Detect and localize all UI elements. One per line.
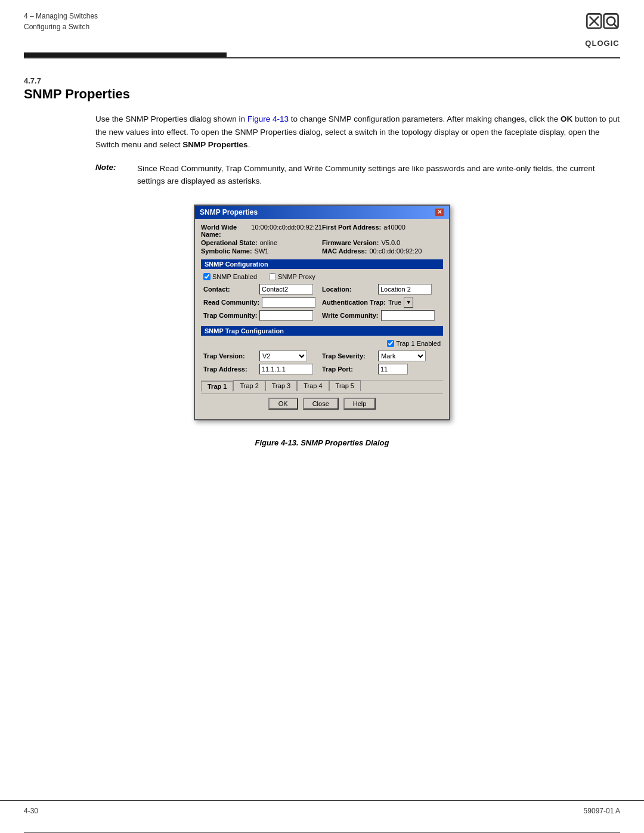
write-community-row: Write Community:: [322, 310, 441, 321]
trap-version-label: Trap Version:: [203, 352, 257, 360]
trap-tab-2[interactable]: Trap 2: [233, 380, 265, 391]
fpa-value: a40000: [383, 224, 405, 238]
write-community-label: Write Community:: [322, 312, 379, 319]
dialog-titlebar: SNMP Properties ✕: [195, 206, 449, 219]
read-community-input[interactable]: [262, 297, 315, 308]
fpa-label: First Port Address:: [322, 224, 381, 238]
snmp-properties-bold: SNMP Properties: [182, 140, 247, 149]
snmp-enabled-checkbox[interactable]: [203, 273, 210, 280]
snmp-form-grid: Contact: Location: Read Community:: [201, 282, 443, 323]
read-community-row: Read Community:: [203, 297, 322, 308]
read-community-label: Read Community:: [203, 299, 259, 306]
ok-button[interactable]: OK: [268, 398, 298, 410]
figure-link[interactable]: Figure 4-13: [247, 114, 289, 123]
wwn-label: World Wide Name:: [201, 224, 249, 238]
write-community-input[interactable]: [381, 310, 435, 321]
sym-value: SW1: [255, 247, 269, 255]
trap-tab-4[interactable]: Trap 4: [297, 380, 329, 391]
auth-trap-value: True: [388, 299, 401, 306]
trap-community-row: Trap Community:: [203, 310, 322, 321]
location-label: Location:: [322, 286, 376, 293]
body-paragraph: Use the SNMP Properties dialog shown in …: [95, 113, 620, 151]
trap-address-label: Trap Address:: [203, 366, 257, 373]
qlogic-logo-icon: [584, 11, 620, 38]
snmp-config-header: SNMP Configuration: [201, 259, 443, 269]
trap1-enabled-checkbox-item: Trap 1 Enabled: [387, 340, 441, 347]
contact-input[interactable]: [259, 284, 313, 295]
trap-tab-1[interactable]: Trap 1: [201, 381, 233, 392]
trap-tab-3[interactable]: Trap 3: [265, 380, 297, 391]
logo-text: QLOGIC: [585, 39, 619, 48]
trap-port-label: Trap Port:: [322, 366, 376, 373]
fpa-item: First Port Address: a40000: [322, 224, 443, 238]
sym-item: Symbolic Name: SW1: [201, 247, 322, 255]
auth-trap-row: Authentication Trap: True ▼: [322, 297, 441, 308]
page-header: 4 – Managing Switches Configuring a Swit…: [0, 0, 644, 48]
trap1-enabled-label: Trap 1 Enabled: [396, 340, 441, 347]
snmp-config-checkboxes-row: SNMP Enabled SNMP Proxy: [201, 271, 443, 282]
snmp-properties-dialog: SNMP Properties ✕ World Wide Name: 10:00…: [194, 205, 450, 420]
help-button[interactable]: Help: [343, 398, 376, 410]
trap-form-grid: Trap Version: V2 V1 Trap Severity: Mark …: [201, 349, 443, 376]
sym-label: Symbolic Name:: [201, 247, 252, 255]
figure-caption-text: Figure 4-13. SNMP Properties Dialog: [255, 438, 389, 447]
trap-version-select[interactable]: V2 V1: [259, 351, 307, 361]
trap-tabs: Trap 1 Trap 2 Trap 3 Trap 4 Trap 5: [201, 380, 443, 391]
op-item: Operational State: online: [201, 239, 322, 246]
trap-severity-select[interactable]: Mark Info Warning Critical: [378, 351, 426, 361]
footer-right: 59097-01 A: [584, 807, 620, 815]
note-label: Note:: [95, 162, 137, 188]
trap1-enabled-row: Trap 1 Enabled: [201, 338, 443, 349]
header-line2: Configuring a Switch: [24, 21, 98, 32]
header-bar: [24, 52, 227, 57]
snmp-proxy-checkbox-item: SNMP Proxy: [269, 273, 315, 280]
fw-label: Firmware Version:: [322, 239, 379, 246]
mac-label: MAC Address:: [322, 247, 367, 255]
dialog-container: SNMP Properties ✕ World Wide Name: 10:00…: [24, 205, 620, 420]
footer-left: 4-30: [24, 807, 38, 815]
section-number: 4.7.7: [24, 76, 620, 85]
main-content: 4.7.7 SNMP Properties Use the SNMP Prope…: [0, 58, 644, 477]
snmp-proxy-checkbox[interactable]: [269, 273, 276, 280]
trap-port-row: Trap Port:: [322, 364, 441, 374]
fw-value: V5.0.0: [381, 239, 400, 246]
auth-trap-label: Authentication Trap:: [322, 299, 386, 306]
info-grid: World Wide Name: 10:00:00:c0:dd:00:92:21…: [201, 224, 443, 255]
wwn-value: 10:00:00:c0:dd:00:92:21: [251, 224, 322, 238]
wwn-item: World Wide Name: 10:00:00:c0:dd:00:92:21: [201, 224, 322, 238]
trap-severity-label: Trap Severity:: [322, 352, 376, 360]
auth-trap-dropdown[interactable]: ▼: [404, 297, 413, 308]
logo-area: QLOGIC: [584, 11, 620, 48]
trap-tab-5[interactable]: Trap 5: [329, 380, 361, 391]
dialog-body: World Wide Name: 10:00:00:c0:dd:00:92:21…: [195, 219, 449, 419]
trap1-enabled-checkbox[interactable]: [387, 340, 394, 347]
trap-version-row: Trap Version: V2 V1: [203, 351, 322, 361]
dialog-title: SNMP Properties: [200, 208, 258, 216]
op-label: Operational State:: [201, 239, 258, 246]
dialog-footer: OK Close Help: [201, 394, 443, 414]
close-button[interactable]: Close: [303, 398, 339, 410]
snmp-enabled-checkbox-item: SNMP Enabled: [203, 273, 257, 280]
contact-label: Contact:: [203, 286, 257, 293]
mac-value: 00:c0:dd:00:92:20: [369, 247, 422, 255]
svg-line-5: [614, 24, 617, 27]
mac-item: MAC Address: 00:c0:dd:00:92:20: [322, 247, 443, 255]
location-input[interactable]: [378, 284, 432, 295]
trap-community-label: Trap Community:: [203, 312, 257, 319]
trap-port-input[interactable]: [378, 364, 408, 374]
fw-item: Firmware Version: V5.0.0: [322, 239, 443, 246]
trap-address-input[interactable]: [259, 364, 313, 374]
header-line1: 4 – Managing Switches: [24, 11, 98, 21]
snmp-trap-config-header: SNMP Trap Configuration: [201, 326, 443, 336]
section-title: SNMP Properties: [24, 86, 620, 102]
op-value: online: [260, 239, 277, 246]
page-footer: 4-30 59097-01 A: [0, 800, 644, 821]
trap-severity-row: Trap Severity: Mark Info Warning Critica…: [322, 351, 441, 361]
trap-community-input[interactable]: [259, 310, 313, 321]
snmp-enabled-label: SNMP Enabled: [212, 273, 257, 280]
snmp-proxy-label: SNMP Proxy: [278, 273, 315, 280]
dialog-close-button[interactable]: ✕: [435, 208, 444, 216]
header-text: 4 – Managing Switches Configuring a Swit…: [24, 11, 98, 32]
note-block: Note: Since Read Community, Trap Communi…: [95, 162, 620, 188]
contact-row: Contact:: [203, 284, 322, 295]
